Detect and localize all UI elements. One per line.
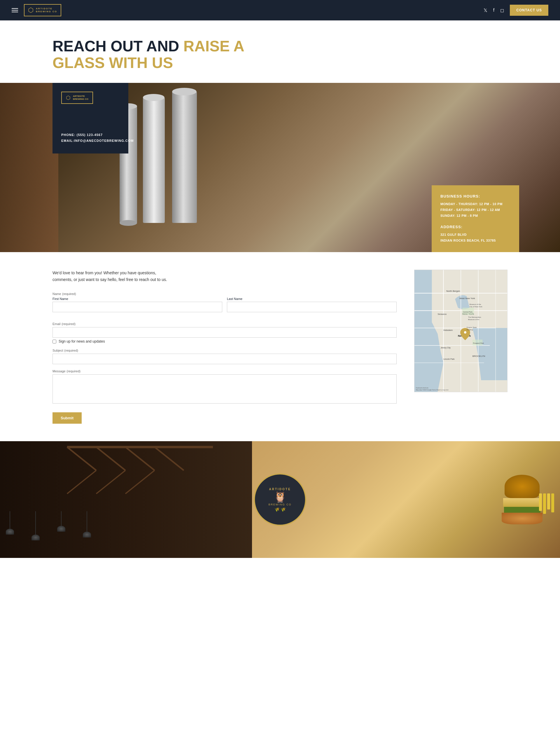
svg-text:Map data ©2024 Google  Terms  : Map data ©2024 Google Terms Report a map… — [416, 389, 449, 391]
svg-line-42 — [96, 447, 126, 470]
subject-input[interactable] — [53, 354, 397, 364]
svg-text:The Metropolitan: The Metropolitan — [468, 317, 481, 318]
form-intro: We'd love to hear from you! Whether you … — [53, 269, 169, 283]
svg-line-44 — [155, 447, 184, 470]
instagram-icon[interactable]: ◻ — [500, 7, 504, 13]
last-name-label: Last Name — [227, 297, 397, 301]
svg-line-46 — [96, 470, 126, 494]
info-logo-sub: BREWING CO — [73, 98, 88, 101]
logo-text: ARTIDOTE BREWING CO — [36, 7, 57, 13]
signup-label: Sign up for news and updates — [59, 339, 105, 343]
svg-point-6 — [172, 88, 196, 96]
svg-line-47 — [126, 470, 155, 494]
address-section: ADDRESS: 321 GULF BLVD INDIAN ROCKS BEAC… — [441, 225, 510, 243]
info-panel: ⬡ ARTIDOTE BREWING CO PHONE: (555) 123-4… — [53, 83, 128, 153]
hero-title-gold-2: GLASS WITH US — [53, 54, 173, 71]
contact-button[interactable]: CONTACT US — [510, 5, 548, 16]
info-panel-logo: ⬡ ARTIDOTE BREWING CO — [61, 92, 93, 104]
svg-text:West New York: West New York — [459, 297, 475, 300]
svg-text:Keyboard shortcuts: Keyboard shortcuts — [416, 387, 428, 389]
svg-point-2 — [119, 220, 137, 226]
name-row: First Name Last Name — [53, 297, 397, 317]
svg-text:Jersey City: Jersey City — [441, 347, 451, 349]
footer-image: ARTIDOTE 🦉 BREWING CO 🌾 🌾 — [0, 441, 560, 558]
email-info: EMAIL:INFO@ANECDOTEBREWING.COM — [61, 139, 119, 143]
form-side: We'd love to hear from you! Whether you … — [53, 269, 397, 424]
svg-rect-5 — [172, 92, 197, 223]
sunday-hours: SUNDAY: 12 PM - 8 PM — [441, 213, 510, 219]
svg-text:Lincoln Park: Lincoln Park — [443, 358, 455, 360]
svg-text:Building: Building — [466, 329, 473, 331]
hero-title-dark: REACH OUT AND — [53, 37, 179, 55]
svg-text:Museum of Art: Museum of Art — [468, 319, 480, 321]
svg-text:Central Park: Central Park — [463, 311, 473, 313]
submit-button[interactable]: Submit — [53, 412, 82, 424]
subject-group: Subject (required) — [53, 348, 397, 364]
message-input[interactable] — [53, 375, 397, 404]
message-label: Message (required) — [53, 369, 397, 373]
svg-text:North Bergen: North Bergen — [446, 290, 460, 292]
signup-checkbox[interactable] — [53, 340, 56, 343]
hero-section: REACH OUT AND RAISE A GLASS WITH US — [0, 20, 560, 252]
message-group: Message (required) — [53, 369, 397, 405]
footer-logo-artidote: ARTIDOTE — [269, 488, 291, 491]
svg-point-27 — [464, 331, 466, 334]
svg-text:Empire State: Empire State — [466, 327, 477, 328]
last-name-group: Last Name — [227, 297, 397, 312]
brewery-image-section: ⬡ ARTIDOTE BREWING CO PHONE: (555) 123-4… — [0, 83, 560, 252]
footer-logo-circle: ARTIDOTE 🦉 BREWING CO 🌾 🌾 — [254, 473, 306, 526]
svg-text:Hoboken: Hoboken — [443, 329, 453, 332]
name-label: Name (required) — [53, 291, 397, 296]
email-label: Email (required) — [53, 321, 397, 326]
address-title: ADDRESS: — [441, 225, 510, 229]
navbar: ⬡ ARTIDOTE BREWING CO 𝕏 f ◻ CONTACT US — [0, 0, 560, 20]
map-container[interactable]: North Bergen West New York Secaucus New … — [414, 269, 507, 392]
svg-line-41 — [67, 447, 96, 470]
logo[interactable]: ⬡ ARTIDOTE BREWING CO — [24, 4, 61, 16]
mon-thu-hours: MONDAY - THURSDAY: 12 PM - 10 PM — [441, 201, 510, 207]
svg-point-4 — [143, 94, 164, 101]
contact-section: We'd love to hear from you! Whether you … — [0, 252, 560, 441]
email-input[interactable] — [53, 327, 397, 338]
address-city: INDIAN ROCKS BEACH, FL 33785 — [441, 238, 510, 243]
first-name-label: First Name — [53, 297, 222, 301]
svg-text:City of New York: City of New York — [470, 306, 482, 308]
svg-line-43 — [126, 447, 155, 470]
fri-sat-hours: FRIDAY - SATURDAY: 12 PM - 12 AM — [441, 207, 510, 213]
info-logo-name: ARTIDOTE — [73, 95, 88, 98]
footer-decoration: 🌾 🌾 — [274, 507, 286, 512]
first-name-input[interactable] — [53, 302, 222, 312]
svg-text:BROOKLYN: BROOKLYN — [473, 355, 485, 358]
hamburger-menu[interactable] — [12, 8, 18, 12]
svg-rect-3 — [143, 98, 165, 223]
name-group: Name (required) First Name Last Name — [53, 291, 397, 317]
signup-row: Sign up for news and updates — [53, 339, 397, 343]
map-side: North Bergen West New York Secaucus New … — [414, 269, 507, 392]
svg-text:Museum of the: Museum of the — [470, 304, 481, 305]
hero-title: REACH OUT AND RAISE A GLASS WITH US — [0, 38, 560, 83]
phone-info: PHONE: (555) 123-4567 — [61, 133, 119, 136]
footer-logo-sub: BREWING CO — [268, 503, 291, 506]
info-logo-icon: ⬡ — [66, 95, 71, 101]
address-street: 321 GULF BLVD — [441, 232, 510, 238]
twitter-icon[interactable]: 𝕏 — [484, 7, 487, 13]
svg-text:Prospect Park: Prospect Park — [473, 342, 484, 344]
hours-panel: BUSINESS HOURS: MONDAY - THURSDAY: 12 PM… — [432, 185, 519, 252]
first-name-group: First Name — [53, 297, 222, 312]
email-group: Email (required) Sign up for news and up… — [53, 321, 397, 343]
nav-right: 𝕏 f ◻ CONTACT US — [484, 5, 548, 16]
svg-text:Secaucus: Secaucus — [438, 313, 447, 315]
footer-owl-icon: 🦉 — [273, 491, 287, 503]
svg-line-45 — [67, 470, 96, 494]
subject-label: Subject (required) — [53, 348, 397, 353]
logo-icon: ⬡ — [28, 6, 33, 14]
last-name-input[interactable] — [227, 302, 397, 312]
info-contact: PHONE: (555) 123-4567 EMAIL:INFO@ANECDOT… — [61, 133, 119, 143]
facebook-icon[interactable]: f — [493, 7, 495, 13]
hours-title: BUSINESS HOURS: — [441, 194, 510, 199]
nav-left: ⬡ ARTIDOTE BREWING CO — [12, 4, 61, 16]
